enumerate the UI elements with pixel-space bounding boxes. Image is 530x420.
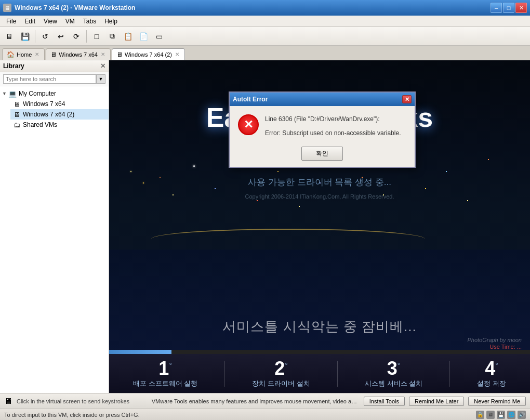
step-1-label: 배포 소프트웨어 실행 [133,379,197,388]
tabbar: 🏠 Home ✕ 🖥 Windows 7 x64 ✕ 🖥 Windows 7 x… [0,46,530,60]
progress-bar [109,350,171,354]
driver-copyright: Copyright 2006-2014 ITianKong.Com, All R… [245,193,394,200]
error-icon: ✕ [238,114,259,135]
status-icon-vm: 🖥 [486,411,495,419]
dialog-body: ✕ Line 6306 (File "D:#Driver#WanDrv.exe"… [230,106,415,167]
toolbar-btn-full[interactable]: □ [89,29,104,44]
toolbar-btn-multi[interactable]: ⧉ [105,29,120,44]
menu-item-vm[interactable]: VM [61,17,79,26]
tab-win7-2-close[interactable]: ✕ [175,51,179,57]
sidebar-item-win7-2-label: Windows 7 x64 (2) [23,111,74,118]
vm-screen[interactable]: Easy DriverPacks WWW.WANDRV.COM 사용 가능한 드… [109,60,530,393]
bottom-toolbar: 🖥 Click in the virtual screen to send ke… [0,393,530,409]
sidebar-header: Library ✕ [0,60,109,72]
toolbar-btn-vm[interactable]: 🖥 [2,29,17,44]
search-dropdown-button[interactable]: ▼ [96,74,105,84]
step-2: 2 ° 장치 드라이버 설치 [252,359,310,388]
status-icon-network: 🌐 [507,411,515,419]
dialog-buttons: 확인 [238,147,406,161]
toolbar-btn-redo[interactable]: ⟳ [69,29,84,44]
sidebar: Library ✕ ▼ ▼ 💻 My Computer 🖥 [0,60,109,393]
menu-item-edit[interactable]: Edit [20,17,39,26]
titlebar-left: 🖥 Windows 7 x64 (2) - VMware Workstation [3,4,135,12]
toolbar-btn-refresh[interactable]: ↺ [38,29,52,44]
photo-credit: PhotoGraph by moon [467,336,522,344]
step-1-number: 1 [158,359,169,378]
step-2-label: 장치 드라이버 설치 [252,379,310,388]
tab-home-close[interactable]: ✕ [35,51,39,57]
vm-icon-1: 🖥 [12,100,21,108]
step-divider-3 [449,361,450,387]
ok-button[interactable]: 확인 [301,147,343,161]
tab-win7-close[interactable]: ✕ [101,51,105,57]
step-3: 3 ° 시스템 서비스 설치 [365,359,422,388]
dialog-message-row: ✕ Line 6306 (File "D:#Driver#WanDrv.exe"… [238,114,406,138]
toolbar-btn-clone[interactable]: 📋 [121,29,135,44]
step-2-sup: ° [285,361,288,370]
tab-home-label: Home [17,51,32,58]
menubar: FileEditViewVMTabsHelp [0,16,530,27]
home-tab-icon: 🏠 [7,51,15,58]
sidebar-title: Library [3,62,24,70]
sidebar-close-button[interactable]: ✕ [100,62,105,70]
remind-me-later-button[interactable]: Remind Me Later [409,397,464,406]
toolbar-btn-view[interactable]: ▭ [152,29,166,44]
step-3-sup: ° [398,361,401,370]
menu-item-tabs[interactable]: Tabs [79,17,100,26]
win7-tab-icon: 🖥 [50,51,57,58]
step-divider-1 [224,361,225,387]
menu-item-view[interactable]: View [39,17,61,26]
computer-icon: 💻 [8,89,17,98]
step-2-number: 2 [274,359,285,378]
step-4-label: 설정 저장 [477,379,506,388]
shared-vms-icon: 🗂 [12,121,21,129]
toolbar-btn-snap[interactable]: 📄 [136,29,151,44]
search-bar: ▼ [0,72,109,86]
sidebar-item-win7-2[interactable]: 🖥 Windows 7 x64 (2) [10,109,109,120]
driver-status: 사용 가능한 드라이버 목록 생성 중... [248,176,391,188]
tab-win7-2-label: Windows 7 x64 (2) [125,51,172,58]
dialog-line1: Line 6306 (File "D:#Driver#WanDrv.exe"): [265,114,401,124]
progress-area [109,350,530,354]
tree-children: 🖥 Windows 7 x64 🖥 Windows 7 x64 (2) 🗂 Sh… [0,99,109,130]
install-tools-button[interactable]: Install Tools [364,397,405,406]
tree-expand-arrow: ▼ [2,91,7,96]
tree-root-my-computer[interactable]: ▼ 💻 My Computer [0,88,109,99]
menu-item-help[interactable]: Help [100,17,122,26]
tab-win7-label: Windows 7 x64 [59,51,98,58]
search-input[interactable] [3,74,96,84]
dialog-line2: Error: Subscript used on non-accessible … [265,128,401,138]
use-time-label: Use Time: ... [489,343,522,350]
toolbar: 🖥 💾 ↺ ↩ ⟳ □ ⧉ 📋 📄 ▭ [0,27,530,46]
vm-content-area[interactable]: Easy DriverPacks WWW.WANDRV.COM 사용 가능한 드… [109,60,530,393]
tab-win7-2[interactable]: 🖥 Windows 7 x64 (2) ✕ [112,48,185,60]
step-4: 4 ° 설정 저장 [477,359,506,388]
tree-root-label: My Computer [19,90,56,97]
maximize-button[interactable]: □ [503,3,514,13]
toolbar-separator-1 [35,30,35,43]
tab-home[interactable]: 🏠 Home ✕ [2,48,45,60]
minimize-button[interactable]: – [491,3,502,13]
tab-win7[interactable]: 🖥 Windows 7 x64 ✕ [46,48,111,60]
statusbar: To direct input to this VM, click inside… [0,409,530,420]
menu-item-file[interactable]: File [2,17,20,26]
sidebar-item-win7[interactable]: 🖥 Windows 7 x64 [10,99,109,109]
dialog-close-button[interactable]: ✕ [402,95,412,103]
close-button[interactable]: ✕ [515,3,527,13]
step-divider-2 [337,361,338,387]
sidebar-item-shared-vms[interactable]: 🗂 Shared VMs [10,120,109,130]
step-3-number: 3 [387,359,398,378]
dialog-title: AutoIt Error [233,96,268,103]
step-4-sup: ° [495,361,498,370]
toolbar-btn-save[interactable]: 💾 [18,29,32,44]
toolbar-btn-undo[interactable]: ↩ [54,29,68,44]
korean-bottom-text: 서미스틀 시식악는 중 잠비베... [109,318,530,336]
vm-small-icon: 🖥 [4,397,12,406]
statusbar-right: 🔒 🖥 💾 🌐 🔊 [476,411,526,419]
dialog-text: Line 6306 (File "D:#Driver#WanDrv.exe"):… [265,114,401,138]
status-icon-audio: 🔊 [518,411,526,419]
dialog-titlebar: AutoIt Error ✕ [230,93,415,106]
never-remind-button[interactable]: Never Remind Me [468,397,526,406]
titlebar-controls: – □ ✕ [491,3,527,13]
step-1-sup: ° [169,361,172,370]
